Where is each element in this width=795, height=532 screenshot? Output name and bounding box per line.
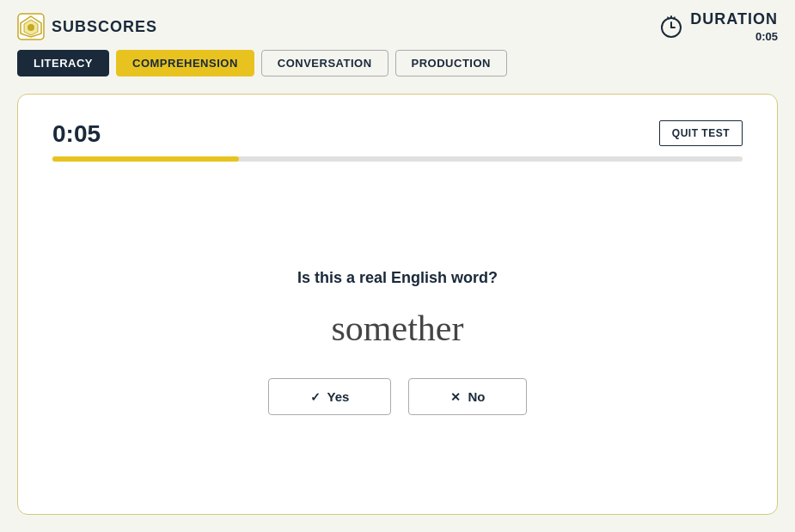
logo-text: SUBSCORES — [52, 18, 157, 36]
tab-comprehension[interactable]: COMPREHENSION — [116, 50, 254, 76]
svg-line-6 — [668, 17, 669, 19]
progress-bar-fill — [52, 156, 239, 162]
no-button[interactable]: ✕ No — [408, 378, 527, 415]
yes-label: Yes — [327, 389, 350, 404]
card-timer: 0:05 — [52, 120, 743, 148]
tabs-bar: LITERACY COMPREHENSION CONVERSATION PROD… — [0, 50, 795, 85]
word-display: somether — [332, 308, 464, 349]
duration-label: DURATION — [690, 10, 778, 28]
content-card: 0:05 QUIT TEST Is this a real English wo… — [17, 94, 778, 515]
question-area: Is this a real English word? somether ✓ … — [52, 196, 743, 488]
svg-point-3 — [28, 24, 34, 31]
tab-production[interactable]: PRODUCTION — [395, 50, 507, 76]
svg-line-7 — [674, 17, 675, 19]
duration-time: 0:05 — [690, 30, 778, 43]
quit-test-button[interactable]: QUIT TEST — [659, 120, 743, 146]
progress-bar-container — [52, 156, 743, 162]
subscores-logo-icon — [17, 13, 45, 40]
main-content: 0:05 QUIT TEST Is this a real English wo… — [0, 85, 795, 532]
duration-info: DURATION 0:05 — [690, 10, 778, 43]
tab-conversation[interactable]: CONVERSATION — [261, 50, 388, 76]
check-icon: ✓ — [310, 390, 321, 404]
duration-area: DURATION 0:05 — [659, 10, 778, 43]
logo-area: SUBSCORES — [17, 13, 157, 40]
tab-literacy[interactable]: LITERACY — [17, 50, 109, 76]
header: SUBSCORES DURATION 0:05 — [0, 0, 795, 50]
yes-button[interactable]: ✓ Yes — [268, 378, 392, 415]
no-label: No — [468, 389, 485, 404]
answer-buttons: ✓ Yes ✕ No — [268, 378, 528, 415]
question-text: Is this a real English word? — [297, 269, 498, 287]
timer-icon — [659, 15, 683, 39]
x-icon: ✕ — [450, 390, 461, 404]
